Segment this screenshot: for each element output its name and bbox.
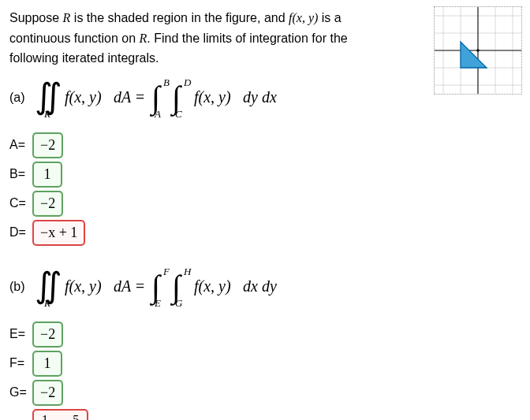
var-R: R bbox=[63, 11, 71, 24]
svg-text:=: = bbox=[136, 277, 144, 295]
svg-text:E: E bbox=[154, 297, 161, 308]
integral-expression-a: ∬ R f(x, y) dA = ∫ B A ∫ D C f(x, y) dy … bbox=[30, 76, 282, 119]
svg-text:f(x, y): f(x, y) bbox=[194, 277, 231, 295]
A-input[interactable]: −2 bbox=[33, 133, 62, 158]
H-input[interactable]: 1 3 y − 5 3 bbox=[33, 410, 88, 420]
F-label: F= bbox=[9, 356, 28, 370]
svg-text:f(x, y): f(x, y) bbox=[194, 88, 231, 106]
fraction-1: 1 3 bbox=[40, 414, 50, 420]
C-label: C= bbox=[9, 196, 28, 210]
svg-text:A: A bbox=[154, 108, 161, 119]
B-label: B= bbox=[9, 167, 28, 181]
svg-text:dA: dA bbox=[114, 277, 132, 295]
svg-text:dA: dA bbox=[114, 88, 132, 106]
svg-text:f(x, y): f(x, y) bbox=[65, 88, 102, 106]
svg-text:F: F bbox=[162, 266, 170, 277]
svg-marker-10 bbox=[461, 42, 487, 68]
problem-prompt: Suppose R is the shaded region in the fi… bbox=[9, 8, 372, 69]
svg-text:f(x, y): f(x, y) bbox=[65, 277, 102, 295]
E-label: E= bbox=[9, 327, 28, 341]
G-label: G= bbox=[9, 385, 28, 400]
svg-text:dx dy: dx dy bbox=[243, 277, 277, 295]
part-a-label: (a) bbox=[9, 91, 25, 105]
G-input[interactable]: −2 bbox=[33, 381, 62, 405]
integral-expression-b: ∬ R f(x, y) dA = ∫ F E ∫ H G f(x, y) dx … bbox=[30, 266, 282, 308]
svg-text:R: R bbox=[43, 297, 50, 308]
fxy: f(x, y) bbox=[289, 11, 318, 24]
F-input[interactable]: 1 bbox=[33, 351, 62, 376]
svg-text:D: D bbox=[183, 76, 192, 88]
equation-b: (b) ∬ R f(x, y) dA = ∫ F E ∫ H G f(x, y)… bbox=[9, 266, 521, 308]
prompt-text: Suppose bbox=[9, 11, 63, 24]
svg-text:=: = bbox=[136, 88, 144, 106]
D-label: D= bbox=[9, 225, 28, 240]
svg-text:G: G bbox=[175, 297, 183, 308]
svg-point-11 bbox=[476, 49, 479, 51]
svg-text:B: B bbox=[163, 76, 170, 88]
prompt-text: is the shaded region in the figure, and bbox=[70, 11, 289, 24]
svg-text:C: C bbox=[175, 108, 182, 119]
var-R: R bbox=[140, 32, 147, 45]
A-label: A= bbox=[9, 138, 28, 152]
svg-text:H: H bbox=[183, 266, 192, 277]
part-b-label: (b) bbox=[9, 280, 25, 294]
D-input[interactable]: −x + 1 bbox=[33, 221, 84, 245]
svg-text:dy dx: dy dx bbox=[243, 88, 277, 106]
fraction-2: 5 3 bbox=[71, 414, 80, 420]
C-input[interactable]: −2 bbox=[33, 191, 62, 216]
B-input[interactable]: 1 bbox=[33, 162, 62, 187]
figure-thumbnail[interactable] bbox=[434, 6, 522, 95]
E-input[interactable]: −2 bbox=[33, 322, 62, 347]
region-R: R bbox=[43, 108, 50, 119]
